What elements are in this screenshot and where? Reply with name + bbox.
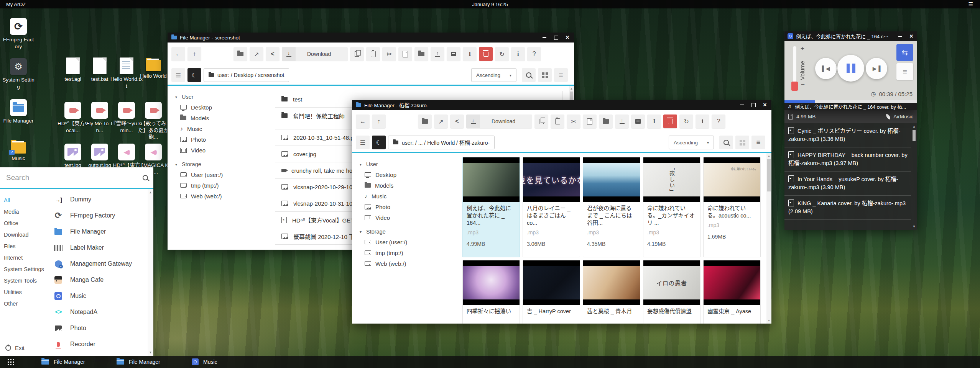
copy-button[interactable] [350,47,364,61]
menu-button[interactable]: ☰ [356,136,370,149]
app-item-recorder[interactable]: Recorder [47,336,148,352]
tile-file-selected[interactable]: 例えば、今此処に置かれた花に _ 164... .mp3 4.99MB [462,157,520,257]
repeat-button[interactable]: ⇆ [896,44,913,61]
app-launcher-button[interactable] [7,358,15,366]
sort-select[interactable]: Ascending ▾ [669,136,714,149]
taskbar-item-music[interactable]: Music [192,356,217,368]
maximize-button[interactable] [553,35,559,40]
minimize-button[interactable] [542,35,547,40]
playlist-item[interactable]: KING _ Kanaria cover. by 柘榴-zakuro-.mp3 … [784,196,911,220]
tile-file[interactable]: 君が夜の海に還るまで _ こんにちは谷田... .mp3 4.35MB [583,157,640,257]
new-file-button[interactable] [398,47,412,61]
open-external-button[interactable]: ↗ [250,47,263,61]
category-utilities[interactable]: Utilities [0,286,47,298]
help-button[interactable]: ? [527,47,541,61]
up-button[interactable]: ↑ [372,114,386,128]
category-other[interactable]: Other [0,298,47,309]
tile-file[interactable]: 命に嫌われている。 命に嫌われている。acoustic co... .mp3 1… [703,157,761,257]
playlist-scrollbar[interactable]: ▲ ▼ [911,123,917,230]
upload-button[interactable]: ↑ [615,114,629,128]
close-button[interactable]: × [565,35,570,40]
refresh-button[interactable]: ↻ [495,47,509,61]
category-download[interactable]: Download [0,229,47,240]
cut-button[interactable]: ✂ [567,114,580,128]
new-folder-button[interactable] [414,47,428,61]
sidebar-item-photo[interactable]: Photo [360,201,459,212]
taskbar-item-file-manager-2[interactable]: File Manager [117,356,160,368]
search-input[interactable] [5,173,143,182]
back-button[interactable]: ← [356,114,370,128]
title-bar[interactable]: File Manager - 柘榴-zakuro- × [352,100,771,110]
exit-button[interactable]: Exit [5,345,25,351]
sidebar-item-video[interactable]: Video [175,145,270,155]
grid-view-button[interactable] [538,68,552,82]
delete-button[interactable] [663,114,677,128]
upload-button[interactable]: ↑ [431,47,444,61]
scroll-down-icon[interactable]: ▼ [913,225,916,228]
scroll-down-icon[interactable]: ▼ [149,351,152,354]
list-view-button[interactable]: ≡ [751,136,765,149]
top-menu-icon[interactable]: ☰ [968,1,973,7]
info-button[interactable]: i [696,114,709,128]
app-item-dummy[interactable]: →] Dummy [47,191,148,208]
minimize-button[interactable] [898,34,903,39]
scrollbar[interactable]: ▲ ▼ [766,153,771,324]
tile-file[interactable]: 四季折々に揺蕩い [462,260,520,324]
paste-button[interactable] [366,47,380,61]
tile-file[interactable]: イロの愚者 妄想感傷代償連盟 [643,260,700,324]
title-bar[interactable]: File Manager - screenshot × [168,33,574,43]
title-bar[interactable]: 例えば、今此処に置かれた花に _ 164 c⋯ × [784,31,917,41]
desktop-icon-file-manager[interactable]: File Manager [2,99,35,124]
scroll-up-icon[interactable]: ▲ [913,125,916,128]
scroll-thumb[interactable] [913,130,916,141]
category-all[interactable]: All [0,195,47,206]
refresh-button[interactable]: ↻ [679,114,693,128]
scroll-up-icon[interactable]: ▲ [768,154,771,158]
sidebar-item-music[interactable]: ♪Music [175,123,270,134]
progress-bar[interactable] [784,100,917,103]
sidebar-item-photo[interactable]: Photo [175,134,270,145]
close-button[interactable]: × [909,34,914,39]
desktop-icon-helloworld-folder[interactable]: Hello World [137,58,170,80]
new-folder-button[interactable] [599,114,613,128]
app-item-ffmpeg-factory[interactable]: ⟳ FFmpeg Factory [47,208,148,224]
search-button[interactable] [522,68,536,82]
sidebar-group-user[interactable]: ▾User [360,159,459,169]
playlist-item[interactable]: HAPPY BIRTHDAY _ back number cover. by柘榴… [784,147,911,172]
rename-button[interactable]: I [647,114,661,128]
grid-view-button[interactable] [735,136,749,149]
playlist-toggle-button[interactable]: ≡ [896,63,913,80]
app-item-notepada[interactable]: <> NotepadA [47,304,148,320]
tile-file[interactable]: 茜と葉桜 _ 青木月 [583,260,640,324]
help-button[interactable]: ? [712,114,725,128]
breadcrumb[interactable]: user: / Desktop / screenshot [204,68,289,82]
scroll-down-icon[interactable]: ▼ [768,319,771,322]
category-files[interactable]: Files [0,240,47,252]
sidebar-item-web-drive[interactable]: Web (web:/) [175,191,270,201]
download-button[interactable]: ↓ Download [466,114,532,128]
sidebar-item-music[interactable]: ♪Music [360,191,459,201]
open-button[interactable] [418,114,432,128]
rename-button[interactable]: I [463,47,477,61]
maximize-button[interactable] [751,102,756,108]
archive-button[interactable] [447,47,460,61]
desktop-icon-ffmpeg[interactable]: ⟳ FFmpeg Factory [2,18,35,50]
playlist-item[interactable]: Cynic _ ポリスピカデリー cover. by 柘榴-zakuro-.mp… [784,123,911,147]
airmusic-button[interactable]: AirMusic [886,114,913,119]
volume-track[interactable] [793,46,796,83]
open-button[interactable] [233,47,247,61]
minimize-button[interactable] [739,102,745,108]
scroll-up-icon[interactable]: ▲ [149,191,152,194]
pause-button[interactable] [837,55,864,82]
volume-minus[interactable]: − [801,81,805,88]
app-list-scrollbar[interactable]: ▲ ▼ [148,189,153,356]
search-icon[interactable] [143,175,148,180]
volume-plus[interactable]: + [801,45,804,52]
download-button[interactable]: ↓ Download [282,47,348,61]
app-item-music[interactable]: Music [47,288,148,304]
delete-button[interactable] [479,47,493,61]
share-button[interactable]: < [450,114,464,128]
category-system-tools[interactable]: System Tools [0,275,47,286]
open-external-button[interactable]: ↗ [434,114,448,128]
info-button[interactable]: i [511,47,525,61]
